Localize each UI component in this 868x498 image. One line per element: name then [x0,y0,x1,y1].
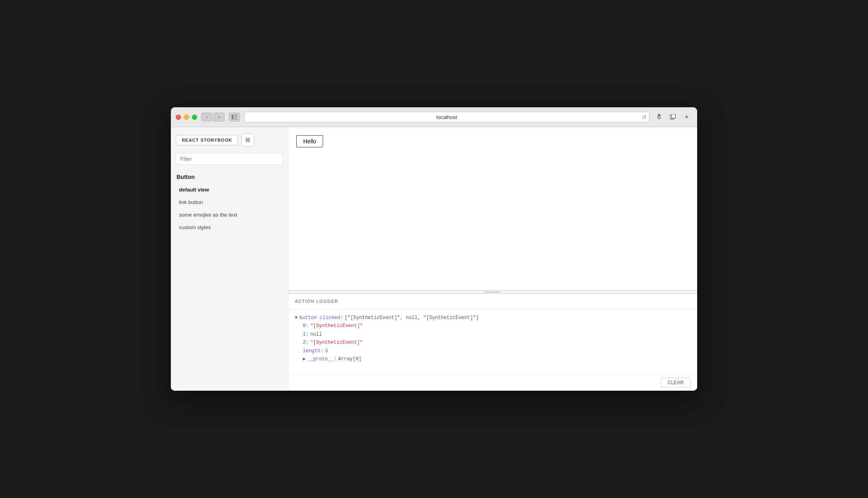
close-button[interactable] [176,115,181,120]
log-val-length: 3 [325,347,328,355]
log-val-2: "[SyntheticEvent]" [310,338,363,347]
log-line-1: 1: null [295,330,691,338]
log-val-1: null [310,330,322,338]
sidebar-item-default-view[interactable]: default view [171,183,288,196]
refresh-icon[interactable]: ↺ [642,114,647,120]
sidebar-item-emojies[interactable]: some emojies as the text [171,209,288,221]
address-bar[interactable]: localhost ↺ [244,112,649,122]
filter-input[interactable] [176,153,283,165]
section-title: Button [171,170,288,183]
clear-button[interactable]: CLEAR [661,378,691,387]
command-button[interactable]: ⌘ [241,134,254,147]
sidebar-toggle-button[interactable] [229,113,240,121]
sidebar-item-custom-styles[interactable]: custom styles [171,221,288,234]
resizer-handle [485,292,501,293]
svg-rect-7 [671,114,675,118]
svg-rect-2 [234,117,237,117]
action-logger-header: ACTION LOGGER [288,294,697,309]
storybook-header: REACT STORYBOOK ⌘ [171,127,288,153]
preview-area: Hello [288,127,697,290]
browser-content: REACT STORYBOOK ⌘ Button default view li… [171,127,697,391]
svg-rect-3 [234,119,237,119]
log-line-proto: ▶ __proto__: Array[0] [295,355,691,363]
browser-chrome: ‹ › localhost ↺ [171,107,697,127]
log-line-2: 2: "[SyntheticEvent]" [295,338,691,347]
forward-button[interactable]: › [213,113,225,121]
preview-resizer[interactable] [288,290,697,294]
duplicate-button[interactable] [667,113,679,121]
log-toggle-proto[interactable]: ▶ [303,355,306,363]
browser-window: ‹ › localhost ↺ [171,107,697,391]
log-key-length: length: [303,347,323,355]
action-logger-footer: CLEAR [288,374,697,391]
log-val-proto: Array[0] [338,355,362,363]
minimize-button[interactable] [184,115,189,120]
browser-actions: + [653,111,692,123]
sidebar: REACT STORYBOOK ⌘ Button default view li… [171,127,288,391]
back-button[interactable]: ‹ [201,113,213,121]
add-tab-button[interactable]: + [681,111,692,123]
log-val-0: "[SyntheticEvent]" [310,322,363,330]
main-panel: Hello ACTION LOGGER ▼ button clicked: ["… [288,127,697,391]
share-button[interactable] [653,113,665,121]
log-key-1: 1: [303,330,308,338]
log-key-0: 0: [303,322,308,330]
action-logger: ACTION LOGGER ▼ button clicked: ["[Synth… [288,294,697,391]
log-key-2: 2: [303,338,308,347]
traffic-lights [176,115,197,120]
url-text: localhost [436,114,457,120]
action-logger-content: ▼ button clicked: ["[SyntheticEvent]", n… [288,309,697,374]
log-line-length: length: 3 [295,347,691,355]
svg-rect-0 [232,115,234,119]
log-event-name: button clicked: [299,314,343,322]
hello-button[interactable]: Hello [296,135,323,147]
log-array-preview: ["[SyntheticEvent]", null, "[SyntheticEv… [345,314,479,322]
log-line-main: ▼ button clicked: ["[SyntheticEvent]", n… [295,314,691,322]
storybook-title-button[interactable]: REACT STORYBOOK [176,135,238,145]
sidebar-item-link-button[interactable]: link button [171,196,288,209]
svg-rect-1 [234,115,237,115]
maximize-button[interactable] [192,115,197,120]
log-line-0: 0: "[SyntheticEvent]" [295,322,691,330]
nav-buttons: ‹ › [201,113,225,121]
log-key-proto: __proto__: [307,355,336,363]
log-toggle-expand[interactable]: ▼ [295,314,298,322]
